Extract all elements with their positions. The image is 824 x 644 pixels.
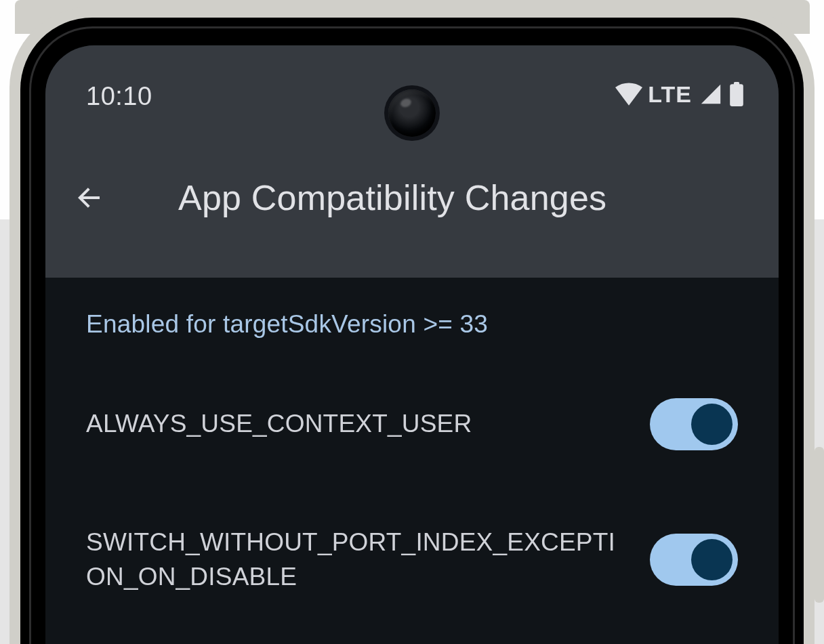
status-icons: LTE [610, 81, 743, 108]
toggle-thumb [691, 404, 733, 445]
app-bar: App Compatibility Changes [45, 160, 779, 235]
svg-rect-1 [734, 82, 739, 85]
page-title: App Compatibility Changes [178, 177, 606, 218]
content: Enabled for targetSdkVersion >= 33 ALWAY… [45, 278, 779, 644]
toggle-thumb [691, 539, 733, 580]
toggle-switch[interactable] [650, 398, 738, 450]
device-frame: 10:10 LTE [0, 0, 824, 644]
app-header: 10:10 LTE [45, 45, 779, 278]
toggle-switch[interactable] [650, 534, 738, 586]
screen: 10:10 LTE [45, 45, 779, 644]
compat-change-label: ALWAYS_USE_CONTEXT_USER [86, 406, 472, 441]
status-bar: 10:10 LTE [45, 45, 779, 120]
cellular-icon [697, 83, 724, 106]
wifi-icon [615, 83, 642, 106]
compat-change-row[interactable]: SWITCH_WITHOUT_PORT_INDEX_EXCEPTION_ON_D… [86, 492, 738, 627]
status-time: 10:10 [86, 82, 152, 111]
battery-icon [730, 82, 743, 106]
back-arrow-icon [73, 181, 105, 214]
svg-rect-0 [730, 84, 743, 106]
device-side-button [815, 447, 824, 603]
compat-change-label: SWITCH_WITHOUT_PORT_INDEX_EXCEPTION_ON_D… [86, 525, 621, 594]
back-button[interactable] [68, 177, 109, 218]
section-header: Enabled for targetSdkVersion >= 33 [86, 310, 738, 339]
network-label: LTE [648, 81, 692, 108]
camera-cutout [388, 89, 436, 137]
compat-change-row[interactable]: THROW_ON_INVALID_PRIORITY_VALUE [86, 627, 738, 644]
compat-change-row[interactable]: ALWAYS_USE_CONTEXT_USER [86, 356, 738, 492]
